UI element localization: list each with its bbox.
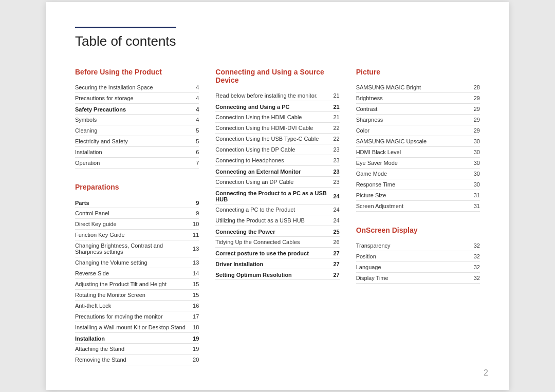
row-page: 29 xyxy=(466,104,480,115)
row-label: Read below before installing the monitor… xyxy=(215,90,330,101)
row-page: 24 xyxy=(330,215,340,226)
row-page: 5 xyxy=(186,136,199,147)
row-label: Connecting to Headphones xyxy=(215,155,330,166)
table-row: Connection Using the DP Cable23 xyxy=(215,144,339,155)
table-row: Changing the Volume setting13 xyxy=(75,257,199,268)
toc-columns: Before Using the Product Securing the In… xyxy=(75,68,480,365)
row-label: SAMSUNG MAGIC Upscale xyxy=(356,136,466,147)
row-label: Rotating the Monitor Screen xyxy=(75,290,190,301)
row-page: 32 xyxy=(454,251,480,262)
row-page: 9 xyxy=(190,208,199,219)
row-label: Correct posture to use the product xyxy=(215,248,330,258)
table-row: Symbols4 xyxy=(75,115,199,125)
row-page: 4 xyxy=(186,115,199,125)
row-label: Display Time xyxy=(356,273,454,284)
table-row: Reverse Side14 xyxy=(75,268,199,279)
row-label: Installing a Wall-mount Kit or Desktop S… xyxy=(75,322,190,333)
table-row: Utilizing the Product as a USB HUB24 xyxy=(215,215,339,226)
row-page: 11 xyxy=(190,230,199,240)
table-row: Language32 xyxy=(356,262,480,273)
row-label: Precautions for storage xyxy=(75,93,186,104)
row-label: Connecting the Power xyxy=(215,226,330,237)
section-title-onscreen: OnScreen Display xyxy=(356,226,480,234)
row-label: Connecting an External Monitor xyxy=(215,166,330,177)
toc-table-connecting: Read below before installing the monitor… xyxy=(215,90,339,280)
table-row: Attaching the Stand19 xyxy=(75,344,199,354)
table-row: Installation6 xyxy=(75,147,199,158)
table-row: Screen Adjustment31 xyxy=(356,201,480,212)
table-row: Removing the Stand20 xyxy=(75,354,199,365)
table-row: Connecting an External Monitor23 xyxy=(215,166,339,177)
row-page: 6 xyxy=(186,147,199,158)
page-number: 2 xyxy=(484,368,488,378)
row-page: 32 xyxy=(454,273,480,284)
row-label: Symbols xyxy=(75,115,186,125)
table-row: Adjusting the Product Tilt and Height15 xyxy=(75,279,199,290)
row-label: Response Time xyxy=(356,179,466,190)
section-title-before-using: Before Using the Product xyxy=(75,68,199,76)
table-row: Connecting a PC to the Product24 xyxy=(215,204,339,215)
row-page: 7 xyxy=(186,158,199,169)
row-page: 23 xyxy=(330,144,340,155)
toc-table-picture: SAMSUNG MAGIC Bright28 Brightness29 Cont… xyxy=(356,82,480,212)
row-page: 23 xyxy=(330,166,340,177)
row-label: Transparency xyxy=(356,240,454,251)
row-page: 30 xyxy=(466,179,480,190)
row-page: 20 xyxy=(190,354,199,365)
row-page: 30 xyxy=(466,147,480,158)
table-row: Eye Saver Mode30 xyxy=(356,158,480,169)
table-row: Correct posture to use the product27 xyxy=(215,248,339,258)
table-row: Color29 xyxy=(356,125,480,136)
table-row: Connection Using the HDMI Cable21 xyxy=(215,112,339,123)
row-page: 14 xyxy=(190,268,199,279)
table-row: Electricity and Safety5 xyxy=(75,136,199,147)
row-label: Setting Optimum Resolution xyxy=(215,269,330,280)
table-row: Changing Brightness, Contrast and Sharpn… xyxy=(75,240,199,257)
row-label: Tidying Up the Connected Cables xyxy=(215,237,330,248)
table-row: Connection Using an DP Cable23 xyxy=(215,177,339,188)
table-row: Response Time30 xyxy=(356,179,480,190)
table-row: Cleaning5 xyxy=(75,125,199,136)
row-label: Cleaning xyxy=(75,125,186,136)
column-1: Before Using the Product Securing the In… xyxy=(75,68,199,365)
table-row: Transparency32 xyxy=(356,240,480,251)
row-label: Installation xyxy=(75,333,190,344)
row-page: 21 xyxy=(330,112,340,123)
section-picture: Picture SAMSUNG MAGIC Bright28 Brightnes… xyxy=(356,68,480,212)
table-row: Tidying Up the Connected Cables26 xyxy=(215,237,339,248)
row-label: Reverse Side xyxy=(75,268,190,279)
table-row: Sharpness29 xyxy=(356,115,480,125)
row-page: 9 xyxy=(190,197,199,208)
row-label: Anti-theft Lock xyxy=(75,301,190,311)
row-label: Removing the Stand xyxy=(75,354,190,365)
toc-table-preparations: Parts9 Control Panel9 Direct Key guide10… xyxy=(75,197,199,365)
table-row: Connecting to Headphones23 xyxy=(215,155,339,166)
toc-table-onscreen: Transparency32 Position32 Language32 Dis… xyxy=(356,240,480,284)
section-connecting: Connecting and Using a Source Device Rea… xyxy=(215,68,339,280)
row-page: 10 xyxy=(190,219,199,230)
table-row: Position32 xyxy=(356,251,480,262)
row-page: 29 xyxy=(466,115,480,125)
row-label: Sharpness xyxy=(356,115,466,125)
row-page: 15 xyxy=(190,290,199,301)
row-label: Installation xyxy=(75,147,186,158)
row-label: Eye Saver Mode xyxy=(356,158,466,169)
row-page: 29 xyxy=(466,125,480,136)
row-page: 22 xyxy=(330,123,340,134)
row-label: Connection Using the HDMI-DVI Cable xyxy=(215,123,330,134)
row-label: Direct Key guide xyxy=(75,219,190,230)
row-page: 24 xyxy=(330,204,340,215)
table-row: Connecting and Using a PC21 xyxy=(215,101,339,112)
row-label: Connecting the Product to a PC as a USB … xyxy=(215,188,330,204)
row-label: Contrast xyxy=(356,104,466,115)
table-row: HDMI Black Level30 xyxy=(356,147,480,158)
table-row: Contrast29 xyxy=(356,104,480,115)
row-label: Picture Size xyxy=(356,190,466,201)
table-row: SAMSUNG MAGIC Bright28 xyxy=(356,82,480,93)
section-title-connecting: Connecting and Using a Source Device xyxy=(215,68,339,84)
row-label: Connection Using an DP Cable xyxy=(215,177,330,188)
section-onscreen: OnScreen Display Transparency32 Position… xyxy=(356,226,480,284)
row-page: 21 xyxy=(330,90,340,101)
row-page: 31 xyxy=(466,190,480,201)
row-label: Changing Brightness, Contrast and Sharpn… xyxy=(75,240,190,257)
